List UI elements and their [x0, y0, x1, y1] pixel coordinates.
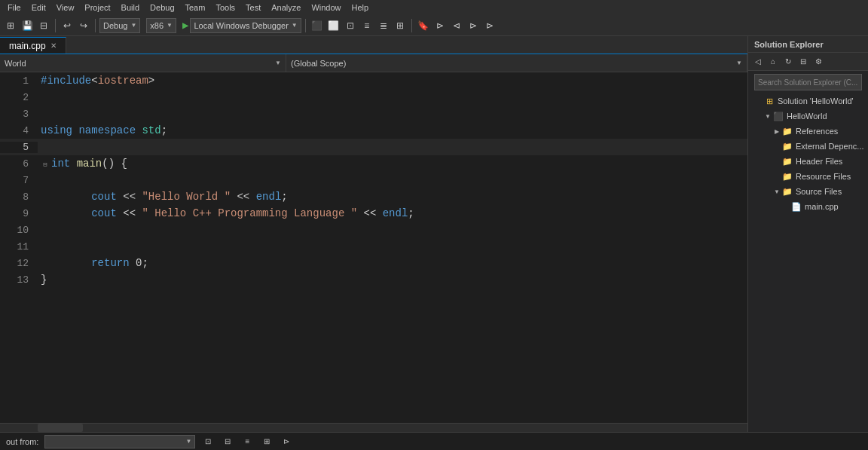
se-icon-folder-3: 📁: [781, 140, 793, 152]
se-arrow-4: [772, 157, 781, 166]
code-editor[interactable]: 1#include<iostream>234using namespace st…: [0, 72, 747, 423]
output-btn-5[interactable]: ⊳: [280, 435, 293, 448]
toolbar-save-all-btn[interactable]: ⊟: [36, 18, 51, 33]
se-label-4: Header Files: [796, 157, 842, 166]
menu-team[interactable]: Team: [181, 0, 210, 15]
toolbar-save-btn[interactable]: 💾: [20, 18, 35, 33]
toolbar-undo-btn[interactable]: ↩: [60, 18, 75, 33]
menu-analyze[interactable]: Analyze: [267, 0, 305, 15]
code-line-10[interactable]: 10: [0, 222, 747, 238]
token-sp: <<: [357, 207, 383, 219]
menu-test[interactable]: Test: [241, 0, 265, 15]
code-line-4[interactable]: 4using namespace std;: [0, 122, 747, 139]
token-str: " Hello C++ Programming Language ": [142, 207, 357, 219]
toolbar-btn-i[interactable]: ⊲: [449, 18, 464, 33]
menu-help[interactable]: Help: [347, 0, 374, 15]
menu-view[interactable]: View: [52, 0, 79, 15]
code-line-5[interactable]: 5: [0, 139, 747, 155]
se-btn-collapse[interactable]: ⊟: [796, 55, 810, 69]
output-btn-2[interactable]: ⊟: [221, 435, 234, 448]
play-icon: ▶: [182, 19, 188, 32]
toolbar-redo-btn[interactable]: ↪: [76, 18, 91, 33]
output-btn-1[interactable]: ⊡: [201, 435, 215, 448]
output-btn-4[interactable]: ⊞: [260, 435, 274, 448]
token-kw: cout: [91, 207, 117, 219]
file-scope-dropdown[interactable]: World ▼: [0, 54, 286, 72]
se-arrow-1: ▼: [763, 112, 772, 121]
se-search-box[interactable]: Search Solution Explorer (C...: [754, 74, 862, 90]
code-line-7[interactable]: 7: [0, 172, 747, 188]
se-icon-project-1: ⬛: [772, 110, 784, 122]
se-btn-props[interactable]: ⚙: [811, 55, 825, 69]
toolbar-sep-1: [55, 19, 56, 32]
global-scope-dropdown[interactable]: (Global Scope) ▼: [286, 54, 747, 72]
tab-close-btn[interactable]: ✕: [50, 41, 57, 50]
se-tree-item-5[interactable]: 📁Resource Files: [748, 169, 868, 184]
toolbar-btn-c[interactable]: ⊡: [343, 18, 358, 33]
token-func: main: [77, 158, 102, 170]
platform-value: x86: [150, 21, 164, 30]
se-tree-item-2[interactable]: ▶📁References: [748, 124, 868, 139]
output-dropdown[interactable]: ▼: [44, 435, 195, 448]
se-btn-refresh[interactable]: ↻: [781, 55, 795, 69]
config-dropdown[interactable]: Debug ▼: [99, 18, 140, 33]
se-arrow-2: ▶: [772, 127, 781, 136]
output-arrow: ▼: [185, 438, 191, 445]
code-line-2[interactable]: 2: [0, 89, 747, 106]
output-btn-3[interactable]: ≡: [240, 435, 254, 448]
se-btn-home[interactable]: ⌂: [766, 55, 780, 69]
toolbar-btn-d[interactable]: ≡: [359, 18, 374, 33]
code-line-9[interactable]: 9 cout << " Hello C++ Programming Langua…: [0, 205, 747, 222]
line-content-6: ⊟int main() {: [38, 158, 127, 170]
token-sp: [130, 257, 136, 269]
code-line-11[interactable]: 11: [0, 238, 747, 255]
toolbar-btn-b[interactable]: ⬜: [326, 18, 341, 33]
start-debugger-btn[interactable]: ▶ Local Windows Debugger ▼: [182, 18, 301, 33]
toolbar-btn-e[interactable]: ≣: [376, 18, 391, 33]
debugger-dropdown[interactable]: Local Windows Debugger ▼: [190, 18, 301, 33]
nav-bar: World ▼ (Global Scope) ▼: [0, 54, 747, 72]
line-content-4: using namespace std;: [38, 124, 167, 136]
menu-debug[interactable]: Debug: [145, 0, 179, 15]
code-line-8[interactable]: 8 cout << "Hello World " << endl;: [0, 188, 747, 205]
toolbar-new-btn[interactable]: ⊞: [3, 18, 18, 33]
se-tree-item-0[interactable]: ⊞Solution 'HelloWorld': [748, 93, 868, 109]
toolbar-btn-g[interactable]: 🔖: [416, 18, 431, 33]
code-line-3[interactable]: 3: [0, 106, 747, 122]
menu-build[interactable]: Build: [117, 0, 144, 15]
menu-tools[interactable]: Tools: [211, 0, 240, 15]
editor-scrollbar[interactable]: [0, 423, 747, 432]
toolbar-btn-k[interactable]: ⊳: [482, 18, 497, 33]
platform-arrow: ▼: [167, 22, 173, 29]
se-tree-item-7[interactable]: 📄main.cpp: [748, 199, 868, 214]
menu-project[interactable]: Project: [80, 0, 115, 15]
menu-file[interactable]: File: [3, 0, 26, 15]
code-line-6[interactable]: 6⊟int main() {: [0, 155, 747, 172]
se-tree-item-1[interactable]: ▼⬛HelloWorld: [748, 109, 868, 124]
se-arrow-7: [781, 202, 790, 211]
line-number-6: 6: [0, 158, 38, 170]
toolbar-btn-f[interactable]: ⊞: [393, 18, 408, 33]
toolbar-btn-a[interactable]: ⬛: [310, 18, 325, 33]
line-content-1: #include<iostream>: [38, 75, 154, 87]
menu-window[interactable]: Window: [307, 0, 345, 15]
se-title-label: Solution Explorer: [748, 36, 868, 53]
se-label-1: HelloWorld: [787, 112, 827, 121]
code-line-1[interactable]: 1#include<iostream>: [0, 72, 747, 89]
code-line-12[interactable]: 12 return 0;: [0, 255, 747, 271]
line-number-5: 5: [0, 142, 38, 153]
se-btn-back[interactable]: ◁: [751, 55, 765, 69]
menu-bar: File Edit View Project Build Debug Team …: [0, 0, 868, 15]
fold-icon-6[interactable]: ⊟: [41, 161, 50, 170]
toolbar-btn-h[interactable]: ⊳: [432, 18, 448, 33]
menu-edit[interactable]: Edit: [27, 0, 50, 15]
platform-dropdown[interactable]: x86 ▼: [146, 18, 176, 33]
line-number-7: 7: [0, 175, 38, 186]
code-line-13[interactable]: 13}: [0, 271, 747, 288]
se-tree-item-6[interactable]: ▼📁Source Files: [748, 184, 868, 199]
se-tree-item-3[interactable]: 📁External Depenc...: [748, 139, 868, 154]
tab-main-cpp[interactable]: main.cpp ✕: [0, 37, 66, 54]
se-tree-item-4[interactable]: 📁Header Files: [748, 154, 868, 169]
token-punct: ;: [161, 124, 167, 136]
toolbar-btn-j[interactable]: ⊳: [466, 18, 481, 33]
